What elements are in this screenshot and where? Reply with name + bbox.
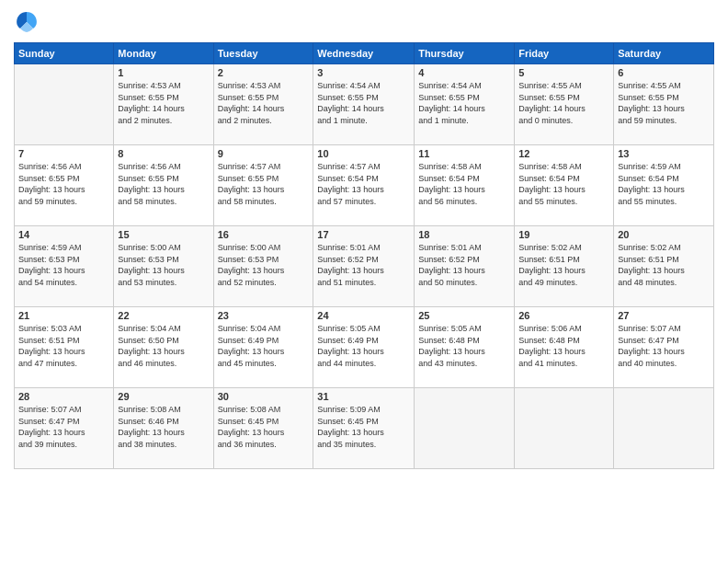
day-number: 27: [618, 310, 710, 321]
calendar-cell: 25Sunrise: 5:05 AM Sunset: 6:48 PM Dayli…: [415, 307, 515, 388]
calendar-cell: 19Sunrise: 5:02 AM Sunset: 6:51 PM Dayli…: [515, 226, 614, 307]
calendar-cell: 18Sunrise: 5:01 AM Sunset: 6:52 PM Dayli…: [415, 226, 515, 307]
day-number: 20: [618, 229, 710, 240]
calendar-cell: 26Sunrise: 5:06 AM Sunset: 6:48 PM Dayli…: [515, 307, 614, 388]
calendar-cell: 3Sunrise: 4:54 AM Sunset: 6:55 PM Daylig…: [313, 64, 415, 145]
day-number: 5: [518, 67, 609, 78]
day-number: 13: [618, 148, 710, 159]
day-number: 10: [317, 148, 410, 159]
week-row-2: 7Sunrise: 4:56 AM Sunset: 6:55 PM Daylig…: [15, 145, 714, 226]
day-info: Sunrise: 5:06 AM Sunset: 6:48 PM Dayligh…: [518, 323, 609, 369]
day-number: 6: [618, 67, 710, 78]
weekday-header-sunday: Sunday: [15, 43, 114, 64]
day-info: Sunrise: 5:08 AM Sunset: 6:46 PM Dayligh…: [118, 404, 209, 450]
day-number: 21: [18, 310, 109, 321]
week-row-3: 14Sunrise: 4:59 AM Sunset: 6:53 PM Dayli…: [15, 226, 714, 307]
week-row-1: 1Sunrise: 4:53 AM Sunset: 6:55 PM Daylig…: [15, 64, 714, 145]
calendar-cell: 16Sunrise: 5:00 AM Sunset: 6:53 PM Dayli…: [213, 226, 313, 307]
day-info: Sunrise: 4:55 AM Sunset: 6:55 PM Dayligh…: [618, 80, 710, 126]
weekday-header-tuesday: Tuesday: [213, 43, 313, 64]
weekday-header-friday: Friday: [515, 43, 614, 64]
day-info: Sunrise: 5:07 AM Sunset: 6:47 PM Dayligh…: [618, 323, 710, 369]
day-number: 31: [317, 391, 410, 402]
calendar-cell: 17Sunrise: 5:01 AM Sunset: 6:52 PM Dayli…: [313, 226, 415, 307]
day-info: Sunrise: 4:58 AM Sunset: 6:54 PM Dayligh…: [418, 161, 510, 207]
calendar-cell: 8Sunrise: 4:56 AM Sunset: 6:55 PM Daylig…: [114, 145, 213, 226]
calendar-cell: 7Sunrise: 4:56 AM Sunset: 6:55 PM Daylig…: [15, 145, 114, 226]
calendar-cell: 31Sunrise: 5:09 AM Sunset: 6:45 PM Dayli…: [313, 388, 415, 469]
day-info: Sunrise: 5:05 AM Sunset: 6:48 PM Dayligh…: [418, 323, 510, 369]
day-info: Sunrise: 4:54 AM Sunset: 6:55 PM Dayligh…: [418, 80, 510, 126]
day-info: Sunrise: 4:57 AM Sunset: 6:55 PM Dayligh…: [218, 161, 310, 207]
calendar-header: SundayMondayTuesdayWednesdayThursdayFrid…: [15, 43, 714, 64]
weekday-header-monday: Monday: [114, 43, 213, 64]
calendar-cell: 11Sunrise: 4:58 AM Sunset: 6:54 PM Dayli…: [415, 145, 515, 226]
calendar-cell: 22Sunrise: 5:04 AM Sunset: 6:50 PM Dayli…: [114, 307, 213, 388]
calendar-cell: [15, 64, 114, 145]
header: [14, 9, 714, 35]
weekday-row: SundayMondayTuesdayWednesdayThursdayFrid…: [15, 43, 714, 64]
day-info: Sunrise: 5:04 AM Sunset: 6:50 PM Dayligh…: [118, 323, 209, 369]
day-number: 25: [418, 310, 510, 321]
day-number: 19: [518, 229, 609, 240]
day-number: 8: [118, 148, 209, 159]
day-number: 23: [218, 310, 310, 321]
calendar-cell: 27Sunrise: 5:07 AM Sunset: 6:47 PM Dayli…: [614, 307, 714, 388]
calendar-cell: 9Sunrise: 4:57 AM Sunset: 6:55 PM Daylig…: [213, 145, 313, 226]
day-info: Sunrise: 4:56 AM Sunset: 6:55 PM Dayligh…: [18, 161, 109, 207]
calendar-body: 1Sunrise: 4:53 AM Sunset: 6:55 PM Daylig…: [15, 64, 714, 469]
day-info: Sunrise: 5:03 AM Sunset: 6:51 PM Dayligh…: [18, 323, 109, 369]
calendar-cell: 28Sunrise: 5:07 AM Sunset: 6:47 PM Dayli…: [15, 388, 114, 469]
week-row-4: 21Sunrise: 5:03 AM Sunset: 6:51 PM Dayli…: [15, 307, 714, 388]
calendar-cell: 24Sunrise: 5:05 AM Sunset: 6:49 PM Dayli…: [313, 307, 415, 388]
day-info: Sunrise: 4:59 AM Sunset: 6:53 PM Dayligh…: [18, 242, 109, 288]
calendar-cell: 2Sunrise: 4:53 AM Sunset: 6:55 PM Daylig…: [213, 64, 313, 145]
day-number: 7: [18, 148, 109, 159]
day-number: 4: [418, 67, 510, 78]
calendar-cell: 21Sunrise: 5:03 AM Sunset: 6:51 PM Dayli…: [15, 307, 114, 388]
weekday-header-thursday: Thursday: [415, 43, 515, 64]
day-number: 9: [218, 148, 310, 159]
day-info: Sunrise: 5:00 AM Sunset: 6:53 PM Dayligh…: [118, 242, 209, 288]
day-number: 15: [118, 229, 209, 240]
calendar-cell: 13Sunrise: 4:59 AM Sunset: 6:54 PM Dayli…: [614, 145, 714, 226]
calendar-cell: 14Sunrise: 4:59 AM Sunset: 6:53 PM Dayli…: [15, 226, 114, 307]
day-number: 16: [218, 229, 310, 240]
calendar-cell: [415, 388, 515, 469]
day-info: Sunrise: 4:54 AM Sunset: 6:55 PM Dayligh…: [317, 80, 410, 126]
weekday-header-wednesday: Wednesday: [313, 43, 415, 64]
calendar-cell: [515, 388, 614, 469]
day-number: 30: [218, 391, 310, 402]
day-info: Sunrise: 5:07 AM Sunset: 6:47 PM Dayligh…: [18, 404, 109, 450]
day-info: Sunrise: 4:57 AM Sunset: 6:54 PM Dayligh…: [317, 161, 410, 207]
day-info: Sunrise: 5:00 AM Sunset: 6:53 PM Dayligh…: [218, 242, 310, 288]
day-info: Sunrise: 4:55 AM Sunset: 6:55 PM Dayligh…: [518, 80, 609, 126]
day-number: 12: [518, 148, 609, 159]
day-number: 2: [218, 67, 310, 78]
calendar-cell: 23Sunrise: 5:04 AM Sunset: 6:49 PM Dayli…: [213, 307, 313, 388]
day-info: Sunrise: 4:58 AM Sunset: 6:54 PM Dayligh…: [518, 161, 609, 207]
calendar-cell: 20Sunrise: 5:02 AM Sunset: 6:51 PM Dayli…: [614, 226, 714, 307]
calendar-cell: 5Sunrise: 4:55 AM Sunset: 6:55 PM Daylig…: [515, 64, 614, 145]
day-number: 11: [418, 148, 510, 159]
calendar-cell: 4Sunrise: 4:54 AM Sunset: 6:55 PM Daylig…: [415, 64, 515, 145]
day-info: Sunrise: 5:08 AM Sunset: 6:45 PM Dayligh…: [218, 404, 310, 450]
calendar-cell: 30Sunrise: 5:08 AM Sunset: 6:45 PM Dayli…: [213, 388, 313, 469]
day-info: Sunrise: 5:01 AM Sunset: 6:52 PM Dayligh…: [418, 242, 510, 288]
day-number: 3: [317, 67, 410, 78]
day-number: 29: [118, 391, 209, 402]
day-info: Sunrise: 5:09 AM Sunset: 6:45 PM Dayligh…: [317, 404, 410, 450]
weekday-header-saturday: Saturday: [614, 43, 714, 64]
day-info: Sunrise: 4:53 AM Sunset: 6:55 PM Dayligh…: [218, 80, 310, 126]
day-info: Sunrise: 5:05 AM Sunset: 6:49 PM Dayligh…: [317, 323, 410, 369]
day-info: Sunrise: 4:53 AM Sunset: 6:55 PM Dayligh…: [118, 80, 209, 126]
logo: [14, 9, 43, 35]
day-info: Sunrise: 4:56 AM Sunset: 6:55 PM Dayligh…: [118, 161, 209, 207]
day-info: Sunrise: 5:02 AM Sunset: 6:51 PM Dayligh…: [518, 242, 609, 288]
calendar-cell: 1Sunrise: 4:53 AM Sunset: 6:55 PM Daylig…: [114, 64, 213, 145]
day-number: 28: [18, 391, 109, 402]
calendar-cell: 12Sunrise: 4:58 AM Sunset: 6:54 PM Dayli…: [515, 145, 614, 226]
day-number: 24: [317, 310, 410, 321]
day-number: 26: [518, 310, 609, 321]
calendar-cell: 6Sunrise: 4:55 AM Sunset: 6:55 PM Daylig…: [614, 64, 714, 145]
